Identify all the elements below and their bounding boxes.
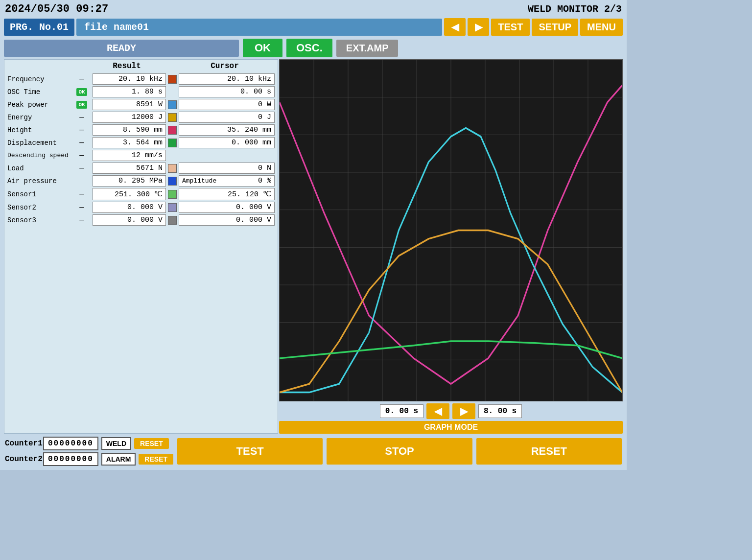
- color-air-pressure: [168, 177, 177, 186]
- counter1-display: 00000000: [43, 437, 98, 450]
- header-row: 2024/05/30 09:27 WELD MONITOR 2/3: [2, 2, 625, 16]
- menu-button[interactable]: MENU: [580, 19, 623, 36]
- cursor-sensor3: 0. 000 V: [179, 214, 275, 226]
- status-displacement: —: [73, 139, 91, 147]
- label-air-pressure: Air pressure: [7, 177, 71, 185]
- counter1-reset-button[interactable]: RESET: [134, 438, 169, 449]
- status-sensor1: —: [73, 190, 91, 199]
- label-osc-time: OSC Time: [7, 88, 71, 96]
- row-osc-time: OSC Time OK 1. 89 s 0. 00 s: [7, 86, 275, 97]
- result-load: 5671 N: [93, 163, 166, 174]
- cursor-frequency: 20. 10 kHz: [179, 73, 275, 85]
- result-sensor2: 0. 000 V: [93, 202, 166, 213]
- status-osc-time: OK: [73, 88, 91, 96]
- row-sensor2: Sensor2 — 0. 000 V 0. 000 V: [7, 202, 275, 213]
- counter-section: Counter1 00000000 WELD RESET Counter2 00…: [5, 437, 173, 466]
- cursor-air-pressure: Amplitude 0 %: [179, 175, 275, 187]
- graph-arrow-right-button[interactable]: ▶: [452, 403, 475, 419]
- result-sensor1: 251. 300 ℃: [93, 188, 166, 200]
- stop-button[interactable]: STOP: [327, 438, 472, 465]
- result-descending-speed: 12 mm/s: [93, 150, 166, 161]
- color-peak-power: [168, 100, 177, 109]
- reset-big-button[interactable]: RESET: [476, 438, 622, 465]
- time-left-display: 0. 00 s: [380, 404, 423, 418]
- graph-svg: [280, 60, 622, 401]
- main-area: Result Cursor Frequency — 20. 10 kHz 20.…: [2, 59, 625, 434]
- file-name-display: file name01: [76, 19, 442, 36]
- counter1-label: Counter1: [5, 439, 40, 448]
- row-energy: Energy — 12000 J 0 J: [7, 112, 275, 123]
- test-big-button[interactable]: TEST: [177, 438, 323, 465]
- row-load: Load — 5671 N 0 N: [7, 163, 275, 174]
- test-nav-button[interactable]: TEST: [491, 19, 530, 36]
- status-sensor3: —: [73, 216, 91, 225]
- graph-controls: 0. 00 s ◀ ▶ 8. 00 s: [279, 403, 623, 419]
- row-frequency: Frequency — 20. 10 kHz 20. 10 kHz: [7, 73, 275, 85]
- label-energy: Energy: [7, 114, 71, 121]
- ok-button[interactable]: OK: [243, 39, 282, 57]
- label-sensor3: Sensor3: [7, 216, 71, 224]
- result-energy: 12000 J: [93, 112, 166, 123]
- cursor-peak-power: 0 W: [179, 99, 275, 110]
- color-load: [168, 164, 177, 173]
- counter2-row: Counter2 00000000 ALARM RESET: [5, 452, 173, 466]
- color-sensor1: [168, 190, 177, 199]
- status-descending-speed: —: [73, 151, 91, 160]
- nav-right-button[interactable]: ▶: [468, 18, 489, 36]
- status-sensor2: —: [73, 203, 91, 212]
- status-peak-power: OK: [73, 101, 91, 109]
- setup-button[interactable]: SETUP: [532, 19, 578, 36]
- status-load: —: [73, 164, 91, 173]
- row-height: Height — 8. 590 mm 35. 240 mm: [7, 124, 275, 136]
- bottom-panel: Counter1 00000000 WELD RESET Counter2 00…: [2, 435, 625, 468]
- extamp-button[interactable]: EXT.AMP: [336, 40, 399, 57]
- nav-left-button[interactable]: ◀: [444, 18, 466, 36]
- color-displacement: [168, 139, 177, 147]
- graph-canvas: [279, 59, 623, 401]
- result-osc-time: 1. 89 s: [93, 86, 166, 97]
- result-displacement: 3. 564 mm: [93, 137, 166, 148]
- color-osc-time: [168, 88, 177, 96]
- cursor-sensor1: 25. 120 ℃: [179, 188, 275, 200]
- time-right-display: 8. 00 s: [478, 404, 522, 418]
- row-air-pressure: Air pressure 0. 295 MPa Amplitude 0 %: [7, 175, 275, 187]
- data-panel: Result Cursor Frequency — 20. 10 kHz 20.…: [4, 59, 278, 434]
- counter2-reset-button[interactable]: RESET: [139, 454, 173, 465]
- label-frequency: Frequency: [7, 75, 71, 83]
- row-displacement: Displacement — 3. 564 mm 0. 000 mm: [7, 137, 275, 148]
- color-energy: [168, 113, 177, 122]
- color-height: [168, 126, 177, 135]
- datetime-display: 2024/05/30 09:27: [5, 3, 108, 15]
- graph-mode-row: GRAPH MODE: [279, 421, 623, 434]
- label-peak-power: Peak power: [7, 101, 71, 109]
- cursor-descending-speed: [179, 154, 275, 157]
- result-header: Result: [89, 62, 165, 70]
- screen-title: WELD MONITOR 2/3: [528, 3, 622, 15]
- counter1-type-button[interactable]: WELD: [101, 437, 131, 450]
- result-height: 8. 590 mm: [93, 124, 166, 136]
- cursor-height: 35. 240 mm: [179, 124, 275, 136]
- cursor-load: 0 N: [179, 163, 275, 174]
- result-peak-power: 8591 W: [93, 99, 166, 110]
- ready-status: READY: [4, 40, 239, 57]
- result-sensor3: 0. 000 V: [93, 214, 166, 226]
- label-displacement: Displacement: [7, 139, 71, 147]
- main-screen: 2024/05/30 09:27 WELD MONITOR 2/3 PRG. N…: [0, 0, 627, 470]
- graph-arrow-left-button[interactable]: ◀: [426, 403, 449, 419]
- cursor-displacement: 0. 000 mm: [179, 137, 275, 148]
- program-row: PRG. No.01 file name01 ◀ ▶ TEST SETUP ME…: [2, 17, 625, 37]
- counter1-row: Counter1 00000000 WELD RESET: [5, 437, 173, 450]
- status-frequency: —: [73, 75, 91, 84]
- row-descending-speed: Descending speed — 12 mm/s: [7, 150, 275, 161]
- counter2-type-button[interactable]: ALARM: [101, 453, 136, 466]
- osc-button[interactable]: OSC.: [286, 39, 332, 57]
- data-column-headers: Result Cursor: [7, 62, 275, 70]
- label-load: Load: [7, 164, 71, 172]
- status-energy: —: [73, 113, 91, 122]
- graph-mode-button[interactable]: GRAPH MODE: [279, 421, 623, 434]
- label-descending-speed: Descending speed: [7, 152, 71, 159]
- cursor-header: Cursor: [175, 62, 275, 70]
- row-sensor1: Sensor1 — 251. 300 ℃ 25. 120 ℃: [7, 188, 275, 200]
- color-sensor3: [168, 216, 177, 225]
- color-frequency: [168, 75, 177, 84]
